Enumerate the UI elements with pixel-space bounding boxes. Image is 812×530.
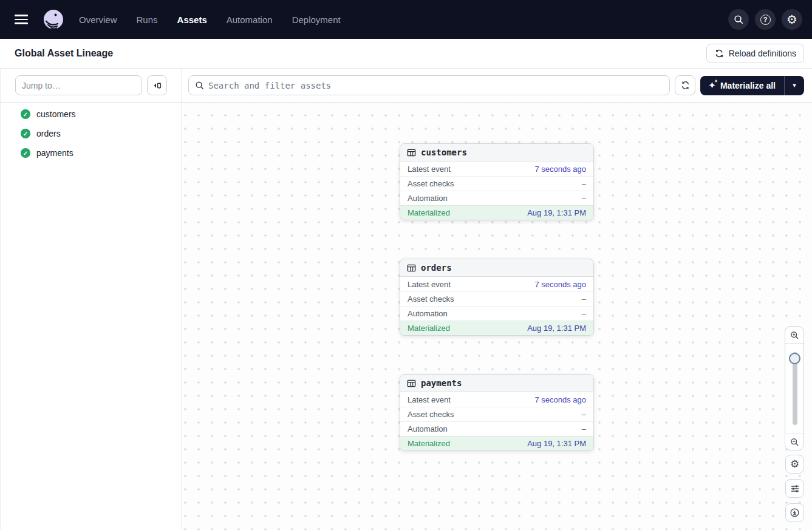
latest-event-row: Latest event 7 seconds ago — [400, 277, 593, 291]
row-value: – — [582, 410, 586, 419]
latest-event-link[interactable]: 7 seconds ago — [534, 280, 586, 289]
asset-card-header: customers — [400, 144, 593, 161]
sparkle-icon: ✦✦ — [709, 81, 715, 89]
materialized-status-row: Materialized Aug 19, 1:31 PM — [400, 436, 593, 450]
zoom-slider-handle[interactable] — [789, 353, 800, 364]
refresh-button[interactable] — [675, 75, 695, 95]
row-label: Latest event — [408, 395, 451, 404]
status-badge: Materialized — [408, 208, 450, 217]
sidebar-item-payments[interactable]: ✓ payments — [1, 143, 182, 163]
nav-overview[interactable]: Overview — [79, 15, 117, 25]
collapse-panel-icon — [152, 81, 162, 90]
materialized-timestamp[interactable]: Aug 19, 1:31 PM — [527, 324, 586, 333]
zoom-slider[interactable] — [785, 344, 803, 433]
lineage-toolbar: ✦✦ Materialize all ▾ — [182, 69, 812, 103]
zoom-out-icon — [790, 437, 799, 447]
materialize-all-label: Materialize all — [720, 81, 776, 90]
asset-node-orders[interactable]: orders Latest event 7 seconds ago Asset … — [400, 259, 594, 336]
search-button[interactable] — [728, 9, 749, 30]
asset-checks-row: Asset checks – — [400, 176, 593, 191]
gear-icon: ⚙ — [786, 13, 797, 25]
materialize-all-button[interactable]: ✦✦ Materialize all — [700, 76, 784, 95]
download-view-button[interactable] — [785, 503, 804, 522]
latest-event-link[interactable]: 7 seconds ago — [534, 395, 586, 404]
asset-node-payments[interactable]: payments Latest event 7 seconds ago Asse… — [400, 374, 594, 451]
row-value: – — [582, 179, 586, 188]
lineage-graph-canvas[interactable]: customers Latest event 7 seconds ago Ass… — [182, 103, 812, 530]
collapse-panel-button[interactable] — [147, 75, 167, 95]
asset-name: payments — [421, 378, 462, 388]
tune-sliders-icon — [790, 484, 800, 494]
nav-runs[interactable]: Runs — [137, 15, 158, 25]
graph-filters-button[interactable] — [785, 479, 804, 498]
materialized-status-row: Materialized Aug 19, 1:31 PM — [400, 205, 593, 220]
materialize-options-button[interactable]: ▾ — [784, 76, 804, 95]
row-label: Asset checks — [408, 410, 454, 419]
nav-deployment[interactable]: Deployment — [292, 15, 341, 25]
search-icon — [194, 80, 205, 90]
sidebar-asset-list: ✓ customers ✓ orders ✓ payments — [1, 103, 182, 163]
materialized-check-icon: ✓ — [21, 148, 30, 158]
row-value: – — [582, 194, 586, 203]
asset-node-customers[interactable]: customers Latest event 7 seconds ago Ass… — [400, 143, 594, 220]
nav-automation[interactable]: Automation — [227, 15, 273, 25]
zoom-in-icon — [790, 330, 799, 340]
zoom-out-button[interactable] — [785, 433, 803, 450]
chevron-down-icon: ▾ — [793, 81, 796, 89]
refresh-icon — [680, 80, 691, 90]
row-label: Latest event — [408, 280, 451, 289]
help-icon: ? — [760, 15, 771, 25]
table-icon — [407, 379, 416, 388]
sidebar-asset-name: payments — [36, 148, 73, 158]
asset-name: orders — [421, 263, 452, 273]
automation-row: Automation – — [400, 306, 593, 321]
download-circle-icon — [790, 508, 800, 518]
top-navigation: Overview Runs Assets Automation Deployme… — [0, 0, 812, 39]
settings-button[interactable]: ⚙ — [782, 9, 802, 30]
asset-checks-row: Asset checks – — [400, 407, 593, 421]
materialized-check-icon: ✓ — [21, 129, 30, 138]
graph-settings-button[interactable]: ⚙ — [785, 455, 804, 474]
row-label: Automation — [408, 424, 448, 433]
search-icon — [733, 14, 744, 25]
sidebar-asset-name: orders — [36, 129, 61, 138]
sidebar-item-customers[interactable]: ✓ customers — [1, 104, 182, 124]
materialized-status-row: Materialized Aug 19, 1:31 PM — [400, 321, 593, 335]
row-value: – — [582, 309, 586, 318]
sidebar-asset-name: customers — [36, 109, 76, 119]
materialized-timestamp[interactable]: Aug 19, 1:31 PM — [527, 208, 586, 217]
table-icon — [407, 148, 416, 157]
latest-event-link[interactable]: 7 seconds ago — [534, 165, 586, 174]
asset-card-header: payments — [400, 375, 593, 392]
row-label: Asset checks — [408, 294, 454, 304]
reload-icon — [714, 49, 724, 58]
materialized-check-icon: ✓ — [21, 109, 30, 119]
automation-row: Automation – — [400, 191, 593, 205]
row-label: Latest event — [408, 165, 451, 174]
sidebar-item-orders[interactable]: ✓ orders — [1, 124, 182, 143]
nav-assets[interactable]: Assets — [177, 15, 207, 25]
asset-search-input[interactable] — [188, 75, 670, 95]
page-title: Global Asset Lineage — [15, 48, 113, 59]
status-badge: Materialized — [408, 324, 450, 333]
materialized-timestamp[interactable]: Aug 19, 1:31 PM — [527, 439, 586, 448]
row-label: Automation — [408, 194, 448, 203]
nav-links: Overview Runs Assets Automation Deployme… — [79, 15, 341, 25]
dagster-logo-icon[interactable] — [41, 7, 66, 32]
asset-name: customers — [421, 148, 467, 157]
latest-event-row: Latest event 7 seconds ago — [400, 392, 593, 407]
asset-tree-sidebar: ✓ customers ✓ orders ✓ payments — [0, 69, 182, 530]
row-label: Automation — [408, 309, 448, 318]
jump-to-input[interactable] — [15, 75, 142, 95]
materialize-all-split-button: ✦✦ Materialize all ▾ — [700, 76, 804, 95]
row-value: – — [582, 294, 586, 304]
sidebar-toolbar — [1, 69, 182, 103]
reload-definitions-label: Reload definitions — [729, 49, 796, 58]
topnav-actions: ? ⚙ — [728, 9, 802, 30]
zoom-controls — [785, 326, 804, 450]
help-button[interactable]: ? — [755, 9, 776, 30]
zoom-in-button[interactable] — [785, 327, 803, 344]
gear-icon: ⚙ — [790, 459, 799, 469]
menu-icon[interactable] — [15, 11, 32, 28]
reload-definitions-button[interactable]: Reload definitions — [706, 44, 804, 63]
